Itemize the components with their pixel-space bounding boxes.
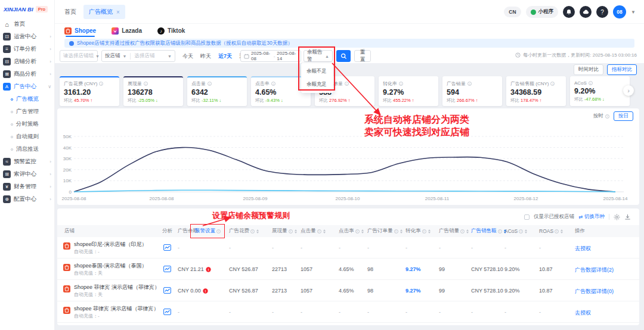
sidebar-item-alert-monitor[interactable]: ≈预警监控› xyxy=(0,155,54,168)
sidebar-item-config-center[interactable]: ⊕配置中心› xyxy=(0,193,54,206)
column-header-展现量[interactable]: 展现量i xyxy=(272,225,297,237)
table-header: 店铺分析广告余额预警设置i广告花费i展现量i点击量i点击率i广告订单量i转化率i… xyxy=(57,225,639,237)
sidebar-item-product-analysis[interactable]: ⊠商品分析› xyxy=(0,68,54,80)
download-icon[interactable] xyxy=(624,214,631,220)
miniapp-button[interactable]: 小程序 xyxy=(526,6,559,18)
sidebar-subitem-ad-manage[interactable]: 广告管理 xyxy=(0,105,54,118)
sort-icon[interactable] xyxy=(295,229,297,234)
chevron-down-icon[interactable]: ▼ xyxy=(631,10,636,15)
warning-icon: ! xyxy=(206,267,211,272)
column-header-分析[interactable]: 分析 xyxy=(162,225,172,237)
date-range-picker[interactable]: 2025-08-08 - 2025-08-14 xyxy=(240,50,301,62)
column-label: 预警设置 xyxy=(195,228,215,235)
column-header-广告销量[interactable]: 广告销量i xyxy=(439,225,469,237)
column-header-转化率[interactable]: 转化率i xyxy=(405,225,431,237)
compare-option-指标对比[interactable]: 指标对比 xyxy=(607,64,637,75)
action-link[interactable]: 广告数据详情(0) xyxy=(575,288,614,295)
cell-ROAS: 10.87 xyxy=(539,266,553,272)
column-header-广告订单量[interactable]: 广告订单量i xyxy=(367,225,402,237)
sidebar-item-order-analysis[interactable]: ≡订单分析› xyxy=(0,43,54,55)
search-button[interactable] xyxy=(336,50,351,62)
cloud-icon[interactable] xyxy=(580,6,592,18)
column-label: 转化率 xyxy=(405,228,421,235)
metric-card[interactable]: ACoSi9.20%环比 -47.68% ↓ xyxy=(570,76,630,106)
sidebar-item-home[interactable]: ⌂首页 xyxy=(0,18,54,30)
carousel-next-icon[interactable]: › xyxy=(623,85,634,96)
sidebar-item-label: 财务管理 xyxy=(14,183,47,191)
action-link[interactable]: 广告数据详情(2) xyxy=(575,266,614,274)
sort-icon[interactable] xyxy=(428,229,431,234)
action-link[interactable]: 去授权 xyxy=(575,245,591,253)
ads-icon: A xyxy=(3,83,11,91)
metric-card-delta: 环比 276.92% ↑ xyxy=(319,98,370,104)
compare-option-时间对比[interactable]: 时间对比 xyxy=(574,64,603,75)
avatar[interactable]: 08 xyxy=(613,5,626,18)
sidebar-subitem-auto-rules[interactable]: 自动规则 xyxy=(0,130,54,143)
bell-icon[interactable] xyxy=(563,6,575,18)
sort-icon[interactable] xyxy=(525,229,527,234)
metric-card-delta: 环比 -9.43% ↓ xyxy=(255,98,306,104)
store-select[interactable]: 按店铺 ▼ 选择店铺 ▼ xyxy=(101,50,175,62)
column-header-店铺[interactable]: 店铺 xyxy=(64,225,75,237)
analysis-chart-link[interactable] xyxy=(163,309,171,315)
column-header-ROAS[interactable]: ROASi xyxy=(539,225,563,237)
close-icon[interactable]: × xyxy=(116,9,120,15)
sort-icon[interactable] xyxy=(323,229,326,234)
column-header-广告销售额[interactable]: 广告销售额i xyxy=(471,225,506,237)
metric-card[interactable]: 广告销量i594环比 266.67% ↑ xyxy=(442,76,502,106)
balance-alert-select[interactable]: 余额告警 ▲ xyxy=(304,50,333,62)
sidebar-subitem-dayparting[interactable]: 分时策略 xyxy=(0,118,54,130)
metric-card[interactable]: 点击量i6342环比 -32.11% ↓ xyxy=(187,76,247,106)
column-header-操作[interactable]: 操作 xyxy=(575,225,585,237)
sort-icon[interactable] xyxy=(361,229,364,234)
platform-tab-lazada[interactable]: Lazada xyxy=(112,24,142,37)
finance-icon: ¥ xyxy=(3,183,11,191)
page-tab-home[interactable]: 首页 xyxy=(64,8,76,16)
sidebar-item-review-center[interactable]: ⊞索评中心› xyxy=(0,168,54,180)
sidebar-item-finance[interactable]: ¥财务管理› xyxy=(0,180,54,193)
balance-menu-item[interactable]: 余额充足 xyxy=(301,78,333,91)
language-switch[interactable]: CN xyxy=(504,7,521,17)
switch-currency-button[interactable]: ⇄ 切换币种 xyxy=(578,213,605,220)
sort-icon[interactable] xyxy=(256,229,259,234)
sidebar-item-operations[interactable]: ⊡运营中心› xyxy=(0,30,54,43)
sidebar-subitem-ad-overview[interactable]: 广告概览 xyxy=(0,93,54,105)
balance-menu-item[interactable]: 余额不足 xyxy=(301,65,333,78)
only-authorized-checkbox[interactable] xyxy=(524,214,530,220)
sidebar-item-ad-center[interactable]: A广告中心∨ xyxy=(0,80,54,93)
metric-card-title: 点击率i xyxy=(255,80,306,87)
sort-icon[interactable] xyxy=(400,229,402,234)
reset-button[interactable]: 重置 xyxy=(354,50,371,62)
analysis-chart-link[interactable] xyxy=(163,287,171,294)
sidebar-subitem-message-push[interactable]: 消息推送 xyxy=(0,143,54,155)
annotation-balance-note: 系统自动将店铺分为两类 卖家可快速找到对应店铺 xyxy=(347,113,487,138)
analysis-chart-link[interactable] xyxy=(163,244,171,251)
store-group-select[interactable]: 请选择店铺组 ▼ xyxy=(60,50,98,62)
sort-icon[interactable] xyxy=(466,229,469,234)
metric-card[interactable]: 转化率i9.27%环比 455.22% ↑ xyxy=(379,76,438,106)
column-settings-gear-icon[interactable] xyxy=(614,214,620,220)
action-link[interactable]: 去授权 xyxy=(575,309,591,317)
sort-icon[interactable] xyxy=(561,229,563,234)
table-toolbar: 仅显示已授权店铺 ⇄ 切换币种 xyxy=(524,213,631,220)
column-header-点击量[interactable]: 点击量i xyxy=(301,225,326,237)
column-header-预警设置[interactable]: 预警设置i xyxy=(195,225,221,237)
quick-range-近7天[interactable]: 近7天 xyxy=(218,52,232,60)
help-icon[interactable]: ? xyxy=(596,6,608,18)
column-header-点击率[interactable]: 点击率i xyxy=(339,225,364,237)
platform-tab-shopee[interactable]: Shopee xyxy=(64,24,96,37)
platform-tab-tiktok[interactable]: ♪Tiktok xyxy=(157,24,185,37)
analysis-chart-link[interactable] xyxy=(163,266,171,272)
sidebar-item-store-analysis[interactable]: ⊟店铺分析› xyxy=(0,55,54,68)
column-header-ACoS[interactable]: ACoSi xyxy=(504,225,527,237)
page-tab-ad-overview[interactable]: 广告概览× xyxy=(83,5,125,19)
metric-card[interactable]: 广告销售额 (CNY)i34368.59环比 178.47% ↑ xyxy=(506,76,566,106)
column-header-广告花费[interactable]: 广告花费i xyxy=(229,225,259,237)
store-table-card: 设置店铺余额预警规则 仅显示已授权店铺 ⇄ 切换币种 店铺分析广告余额预警设置i… xyxy=(57,208,639,325)
quick-range-昨天[interactable]: 昨天 xyxy=(200,52,211,60)
metric-card-title: 点击量i xyxy=(191,80,243,87)
metric-card[interactable]: 展现量i136278环比 -25.05% ↓ xyxy=(123,76,183,106)
metric-card-value: 34368.59 xyxy=(510,88,562,96)
metric-card[interactable]: 广告花费 (CNY)i3161.20环比 45.70% ↑ xyxy=(60,76,119,106)
quick-range-今天[interactable]: 今天 xyxy=(182,52,193,60)
